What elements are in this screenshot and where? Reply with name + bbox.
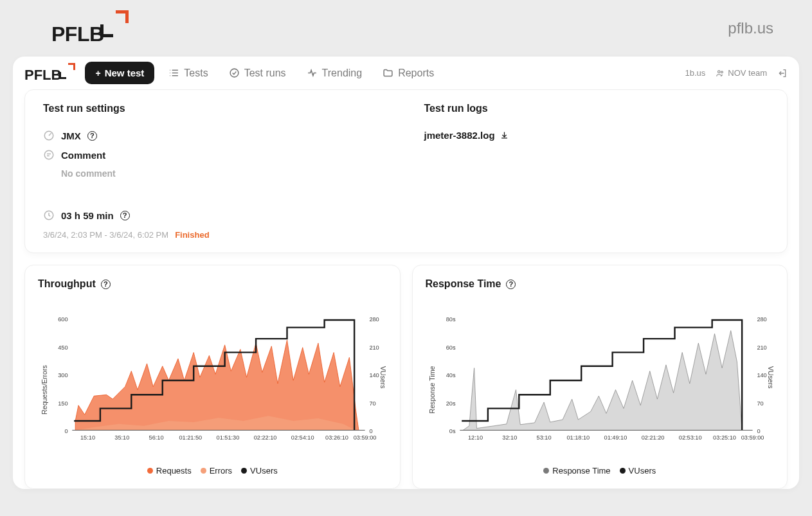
plus-icon: +: [95, 68, 100, 78]
svg-text:01:49:10: 01:49:10: [604, 434, 627, 441]
charts-row: Throughput ? Requests/Errors VUsers 0 15…: [24, 265, 788, 489]
timestamp-row: 3/6/24, 2:03 PM - 3/6/24, 6:02 PM Finish…: [43, 230, 388, 240]
svg-point-11: [44, 150, 53, 159]
header-right: 1b.us NOV team: [685, 68, 788, 78]
svg-text:03:59:00: 03:59:00: [354, 434, 377, 441]
svg-text:03:26:10: 03:26:10: [325, 434, 348, 441]
brand-logo-large: PFLB: [51, 10, 126, 46]
svg-text:450: 450: [58, 344, 68, 351]
nav-test-runs[interactable]: Test runs: [222, 64, 293, 83]
settings-column: Test run settings JMX ? Comment No comme…: [25, 90, 406, 253]
team-label: NOV team: [728, 68, 767, 78]
legend-vusers[interactable]: VUsers: [241, 466, 278, 476]
throughput-chart: Requests/Errors VUsers 0 150 300 450 600…: [38, 300, 387, 461]
svg-text:150: 150: [58, 400, 68, 407]
team-selector[interactable]: NOV team: [716, 68, 767, 78]
help-icon[interactable]: ?: [120, 211, 130, 220]
svg-text:02:22:10: 02:22:10: [254, 434, 277, 441]
duration-row: 03 h 59 min ?: [43, 209, 388, 221]
settings-title: Test run settings: [43, 103, 388, 114]
new-test-button[interactable]: + New test: [85, 62, 154, 84]
svg-point-8: [721, 71, 723, 73]
throughput-legend: Requests Errors VUsers: [38, 466, 387, 476]
logs-column: Test run logs jmeter-3882.log: [406, 90, 788, 253]
svg-text:280: 280: [757, 316, 766, 323]
right-y-ticks: 0 70 140 210 280: [369, 316, 379, 434]
svg-text:0s: 0s: [449, 428, 455, 434]
legend-vusers[interactable]: VUsers: [620, 466, 656, 476]
brand-logo-mark-icon: [105, 10, 126, 44]
legend-requests[interactable]: Requests: [147, 466, 192, 476]
right-axis-label: VUsers: [766, 366, 774, 389]
svg-text:70: 70: [369, 400, 375, 407]
svg-text:80s: 80s: [446, 316, 455, 323]
throughput-chart-card: Throughput ? Requests/Errors VUsers 0 15…: [24, 265, 401, 489]
app-logo-small[interactable]: PFLB: [24, 63, 73, 84]
svg-text:56:10: 56:10: [149, 434, 164, 441]
help-icon[interactable]: ?: [101, 280, 111, 289]
domain-label[interactable]: 1b.us: [685, 68, 706, 78]
status-badge: Finished: [175, 230, 209, 240]
nav-tests[interactable]: Tests: [162, 64, 214, 83]
check-circle-icon: [229, 67, 240, 78]
response-time-chart-card: Response Time ? Response Time VUsers 0s …: [412, 265, 788, 489]
response-time-legend: Response Time VUsers: [426, 466, 775, 476]
svg-text:210: 210: [757, 344, 766, 351]
x-ticks: 15:10 35:10 56:10 01:21:50 01:51:30 02:2…: [80, 434, 376, 441]
chart-title: Throughput: [38, 278, 96, 290]
svg-text:01:51:30: 01:51:30: [217, 434, 240, 441]
activity-icon: [307, 67, 318, 78]
svg-text:210: 210: [369, 344, 379, 351]
svg-text:280: 280: [369, 316, 379, 323]
svg-text:01:18:10: 01:18:10: [566, 434, 590, 441]
nav-trending[interactable]: Trending: [300, 64, 369, 83]
legend-errors[interactable]: Errors: [201, 466, 232, 476]
svg-text:0: 0: [369, 428, 372, 434]
chart-title: Response Time: [426, 278, 501, 290]
svg-text:12:10: 12:10: [468, 434, 483, 441]
app-logo-mark-icon: [62, 63, 73, 82]
jmx-row: JMX ?: [43, 130, 388, 141]
nav-label: Tests: [184, 67, 208, 79]
new-test-label: New test: [105, 67, 145, 78]
svg-text:140: 140: [369, 372, 379, 378]
svg-text:03:59:00: 03:59:00: [741, 434, 764, 441]
gauge-icon: [43, 130, 55, 141]
legend-response-time[interactable]: Response Time: [543, 466, 610, 476]
nav-label: Trending: [322, 67, 363, 79]
help-icon[interactable]: ?: [87, 131, 97, 141]
left-axis-label: Requests/Errors: [41, 365, 48, 414]
page-top-brand: PFLB pflb.us: [0, 0, 812, 57]
svg-text:0: 0: [757, 428, 760, 434]
brand-site-link[interactable]: pflb.us: [728, 19, 773, 37]
logout-icon[interactable]: [777, 68, 788, 78]
svg-text:03:25:10: 03:25:10: [713, 434, 736, 441]
svg-text:02:53:10: 02:53:10: [678, 434, 701, 441]
response-time-chart: Response Time VUsers 0s 20s 40s 60s 80s …: [426, 300, 775, 461]
log-file-link[interactable]: jmeter-3882.log: [424, 130, 770, 141]
response-time-series: [463, 331, 742, 431]
list-icon: [168, 67, 179, 78]
x-ticks: 12:10 32:10 53:10 01:18:10 01:49:10 02:2…: [468, 434, 764, 441]
help-icon[interactable]: ?: [506, 280, 516, 289]
svg-text:60s: 60s: [446, 344, 455, 351]
comment-label: Comment: [61, 150, 105, 161]
left-y-ticks: 0s 20s 40s 60s 80s: [446, 316, 455, 434]
comment-value: No comment: [61, 168, 388, 179]
svg-text:15:10: 15:10: [80, 434, 95, 441]
download-icon: [500, 130, 509, 140]
svg-text:40s: 40s: [446, 372, 455, 378]
log-file-name: jmeter-3882.log: [424, 130, 495, 141]
svg-text:140: 140: [757, 372, 766, 378]
duration-text: 03 h 59 min: [61, 210, 114, 221]
svg-text:53:10: 53:10: [536, 434, 551, 441]
svg-text:20s: 20s: [446, 400, 455, 407]
svg-point-7: [718, 70, 721, 73]
nav-label: Test runs: [244, 67, 286, 79]
nav-reports[interactable]: Reports: [376, 64, 440, 83]
jmx-label: JMX: [61, 130, 81, 141]
logs-title: Test run logs: [424, 103, 770, 114]
app-panel: PFLB + New test Tests Test runs Trending…: [13, 57, 799, 489]
svg-text:600: 600: [58, 316, 68, 323]
comment-icon: [43, 149, 55, 161]
